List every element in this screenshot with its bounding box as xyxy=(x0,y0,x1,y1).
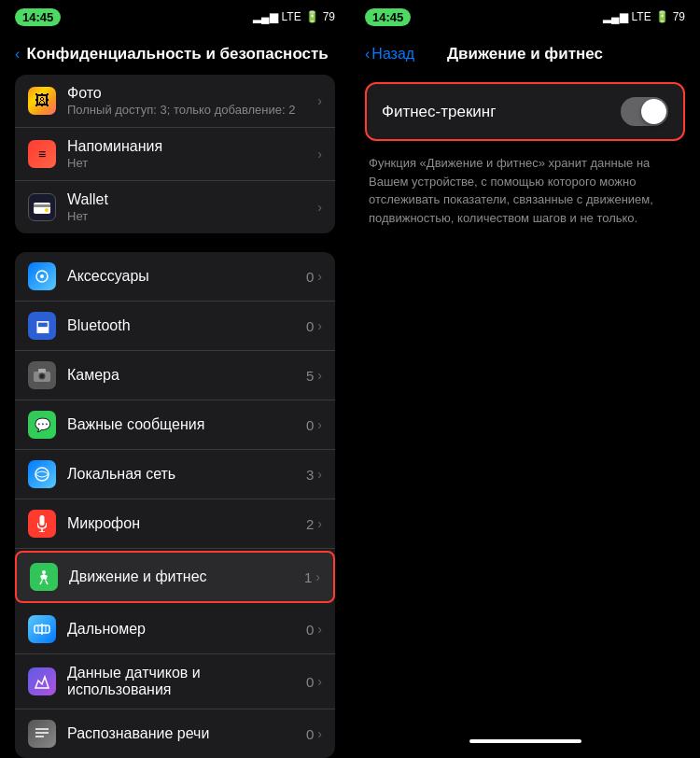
page-title-left: Конфиденциальность и безопасность xyxy=(20,45,335,63)
lte-label-left: LTE xyxy=(282,10,301,23)
svg-point-4 xyxy=(40,274,44,278)
list-item-photos[interactable]: 🖼 Фото Полный доступ: 3; только добавлен… xyxy=(15,75,335,128)
mic-title: Микрофон xyxy=(67,515,306,532)
battery-pct-right: 79 xyxy=(673,10,685,23)
svg-point-9 xyxy=(35,468,49,481)
icon-alerts: 💬 xyxy=(28,411,56,439)
icon-speech xyxy=(28,720,56,748)
section-group-1: 🖼 Фото Полный доступ: 3; только добавлен… xyxy=(15,75,335,233)
list-item-camera[interactable]: Камера 5 › xyxy=(15,351,335,400)
alerts-count: 0 xyxy=(306,417,314,433)
fitness-toggle-section: Фитнес-трекинг xyxy=(365,82,685,141)
icon-sensors xyxy=(28,667,56,695)
list-item-accessories[interactable]: Аксессуары 0 › xyxy=(15,252,335,302)
speech-count: 0 xyxy=(306,726,314,742)
time-right: 14:45 xyxy=(365,8,411,26)
lte-label-right: LTE xyxy=(632,10,651,23)
chevron-icon: › xyxy=(317,467,322,482)
signal-bars-right: ▂▄▆ xyxy=(603,10,628,23)
left-panel: 14:45 ▂▄▆ LTE 🔋 79 ‹ Конфиденциальность … xyxy=(0,0,350,758)
icon-bluetooth: ⬓ xyxy=(28,312,56,340)
icon-camera xyxy=(28,361,56,389)
back-label: Назад xyxy=(371,46,414,63)
list-item-local[interactable]: Локальная сеть 3 › xyxy=(15,450,335,499)
chevron-icon: › xyxy=(317,147,322,161)
icon-local xyxy=(28,460,56,488)
icon-photos: 🖼 xyxy=(28,87,56,115)
bluetooth-count: 0 xyxy=(306,318,314,334)
sensors-count: 0 xyxy=(306,674,314,690)
home-indicator-right xyxy=(469,739,581,743)
status-bar-right: 14:45 ▂▄▆ LTE 🔋 79 xyxy=(350,0,700,34)
reminders-subtitle: Нет xyxy=(67,156,317,170)
status-icons-right: ▂▄▆ LTE 🔋 79 xyxy=(603,10,685,23)
list-item-sensors[interactable]: Данные датчиков и использования 0 › xyxy=(15,654,335,709)
fitness-count: 1 xyxy=(304,569,312,585)
photos-subtitle: Полный доступ: 3; только добавление: 2 xyxy=(67,103,317,117)
accessories-count: 0 xyxy=(306,269,314,285)
fitness-description: Функция «Движение и фитнес» хранит данны… xyxy=(365,154,685,227)
local-title: Локальная сеть xyxy=(67,466,306,483)
list-item-reminders[interactable]: ≡ Напоминания Нет › xyxy=(15,128,335,181)
svg-rect-1 xyxy=(34,204,50,207)
chevron-icon: › xyxy=(317,417,322,432)
alerts-title: Важные сообщения xyxy=(67,416,306,433)
icon-wallet xyxy=(28,193,56,221)
chevron-icon: › xyxy=(317,368,322,383)
icon-rangefinder xyxy=(28,615,56,643)
icon-fitness xyxy=(30,563,58,591)
chevron-icon: › xyxy=(317,622,322,637)
list-item-alerts[interactable]: 💬 Важные сообщения 0 › xyxy=(15,400,335,450)
sensors-title: Данные датчиков и использования xyxy=(67,665,306,698)
chevron-icon: › xyxy=(317,269,322,284)
svg-point-2 xyxy=(45,208,49,212)
status-icons-left: ▂▄▆ LTE 🔋 79 xyxy=(253,10,335,23)
chevron-left-icon: ‹ xyxy=(365,46,370,63)
nav-bar-left: ‹ Конфиденциальность и безопасность xyxy=(0,34,350,75)
status-bar-left: 14:45 ▂▄▆ LTE 🔋 79 xyxy=(0,0,350,34)
fitness-title: Движение и фитнес xyxy=(69,568,304,585)
fitness-toggle-label: Фитнес-трекинг xyxy=(382,103,496,121)
camera-title: Камера xyxy=(67,367,306,384)
svg-rect-0 xyxy=(34,203,50,214)
local-count: 3 xyxy=(306,467,314,483)
battery-right: 🔋 xyxy=(655,10,669,23)
section-group-2: Аксессуары 0 › ⬓ Bluetooth 0 › xyxy=(15,252,335,758)
chevron-icon: › xyxy=(317,516,322,531)
list-item-speech[interactable]: Распознавание речи 0 › xyxy=(15,709,335,758)
svg-rect-8 xyxy=(38,369,46,372)
svg-rect-10 xyxy=(40,515,45,526)
page-title-right: Движение и фитнес xyxy=(447,45,603,63)
battery-left: 🔋 xyxy=(305,10,319,23)
wallet-title: Wallet xyxy=(67,191,317,208)
content-left: 🖼 Фото Полный доступ: 3; только добавлен… xyxy=(0,75,350,758)
chevron-icon: › xyxy=(317,200,322,215)
bluetooth-title: Bluetooth xyxy=(67,317,306,334)
wallet-subtitle: Нет xyxy=(67,209,317,223)
chevron-icon: › xyxy=(315,569,320,584)
signal-bars-left: ▂▄▆ xyxy=(253,10,278,23)
toggle-knob xyxy=(641,99,666,124)
reminders-title: Напоминания xyxy=(67,138,317,155)
icon-mic xyxy=(28,510,56,538)
mic-count: 2 xyxy=(306,516,314,532)
back-button-right[interactable]: ‹ Назад xyxy=(365,46,414,63)
right-panel: 14:45 ▂▄▆ LTE 🔋 79 ‹ Назад Движение и фи… xyxy=(350,0,700,758)
list-item-bluetooth[interactable]: ⬓ Bluetooth 0 › xyxy=(15,302,335,351)
svg-point-7 xyxy=(40,374,44,378)
icon-reminders: ≡ xyxy=(28,140,56,168)
right-content: Фитнес-трекинг Функция «Движение и фитне… xyxy=(350,75,700,234)
fitness-tracking-toggle[interactable] xyxy=(621,97,668,126)
chevron-icon: › xyxy=(317,318,322,333)
accessories-title: Аксессуары xyxy=(67,268,306,285)
battery-pct-left: 79 xyxy=(323,10,335,23)
list-item-wallet[interactable]: Wallet Нет › xyxy=(15,181,335,233)
svg-point-13 xyxy=(42,570,46,574)
list-item-rangefinder[interactable]: Дальномер 0 › xyxy=(15,605,335,654)
photos-title: Фото xyxy=(67,85,317,102)
rangefinder-count: 0 xyxy=(306,622,314,638)
list-item-fitness[interactable]: Движение и фитнес 1 › xyxy=(15,551,335,603)
chevron-icon: › xyxy=(317,726,322,741)
list-item-mic[interactable]: Микрофон 2 › xyxy=(15,499,335,549)
chevron-icon: › xyxy=(317,93,322,108)
